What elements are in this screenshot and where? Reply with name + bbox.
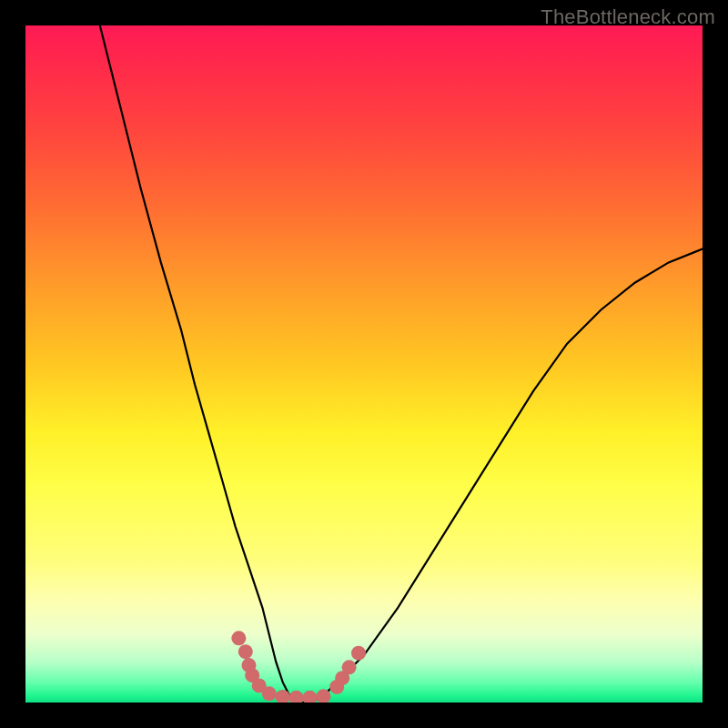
highlight-dot [262,686,277,701]
highlight-dot [342,660,357,674]
highlight-dot [238,644,253,659]
highlight-dot [303,691,318,703]
highlight-dot [231,631,246,645]
highlight-dot [289,691,304,703]
highlight-dots [231,631,366,703]
watermark-text: TheBottleneck.com [541,5,715,29]
chart-frame: TheBottleneck.com [0,0,728,728]
bottleneck-curve [100,25,703,703]
highlight-dot [351,646,366,661]
bottleneck-curve-svg [25,25,703,703]
plot-area [25,25,703,703]
